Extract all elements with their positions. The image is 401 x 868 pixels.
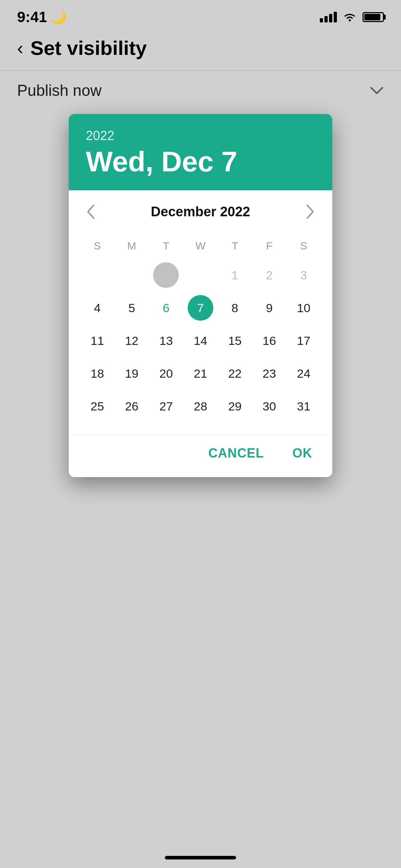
calendar-day-25[interactable]: 25 xyxy=(80,392,115,420)
calendar-day-9[interactable]: 9 xyxy=(252,294,287,322)
calendar-week-1: 1 2 3 xyxy=(80,261,321,289)
signal-icon xyxy=(320,12,337,22)
calendar-day-12[interactable]: 12 xyxy=(115,326,149,355)
calendar-day-31[interactable]: 31 xyxy=(286,392,321,420)
calendar-day-empty xyxy=(115,261,149,289)
day-header-fri: F xyxy=(252,235,287,257)
calendar-day-11[interactable]: 11 xyxy=(80,326,115,355)
day-header-tue: T xyxy=(149,235,183,257)
calendar-day-16[interactable]: 16 xyxy=(252,326,287,355)
publish-label: Publish now xyxy=(17,82,101,99)
calendar-day-23[interactable]: 23 xyxy=(252,359,287,388)
calendar-day-24[interactable]: 24 xyxy=(286,359,321,388)
calendar-day-7[interactable]: 7 xyxy=(183,294,218,322)
calendar-day-empty xyxy=(80,261,115,289)
publish-row[interactable]: Publish now xyxy=(0,71,401,110)
calendar-day-8[interactable]: 8 xyxy=(218,294,252,322)
calendar-day-15[interactable]: 15 xyxy=(218,326,252,355)
day-header-wed: W xyxy=(183,235,218,257)
chevron-down-icon xyxy=(370,83,384,99)
calendar-dialog: 2022 Wed, Dec 7 December 2022 S M xyxy=(69,114,332,477)
day-header-thu: T xyxy=(218,235,252,257)
time-label: 9:41 xyxy=(17,9,47,26)
day-header-sun: S xyxy=(80,235,115,257)
calendar-grid: S M T W T F S 1 2 3 xyxy=(80,235,321,420)
calendar-body: December 2022 S M T W T F S xyxy=(69,190,332,435)
calendar-day-14[interactable]: 14 xyxy=(183,326,218,355)
calendar-day-empty xyxy=(183,261,218,289)
calendar-day-26[interactable]: 26 xyxy=(115,392,149,420)
calendar-day-21[interactable]: 21 xyxy=(183,359,218,388)
calendar-day-6[interactable]: 6 xyxy=(149,294,183,322)
calendar-day-28[interactable]: 28 xyxy=(183,392,218,420)
today-circle-bg xyxy=(153,262,179,288)
calendar-day-17[interactable]: 17 xyxy=(286,326,321,355)
calendar-day-20[interactable]: 20 xyxy=(149,359,183,388)
home-indicator xyxy=(165,856,236,859)
calendar-week-3: 11 12 13 14 15 16 17 xyxy=(80,326,321,355)
calendar-day-30[interactable]: 30 xyxy=(252,392,287,420)
calendar-day-2[interactable]: 2 xyxy=(252,261,287,289)
calendar-day-22[interactable]: 22 xyxy=(218,359,252,388)
calendar-footer: CANCEL OK xyxy=(69,435,332,477)
page-title: Set visibility xyxy=(30,36,147,60)
cancel-button[interactable]: CANCEL xyxy=(203,442,270,464)
calendar-nav: December 2022 xyxy=(80,201,321,222)
calendar-day-4[interactable]: 4 xyxy=(80,294,115,322)
battery-icon xyxy=(363,12,384,22)
calendar-day-19[interactable]: 19 xyxy=(115,359,149,388)
moon-icon: 🌙 xyxy=(51,10,67,25)
prev-month-button[interactable] xyxy=(80,201,101,222)
calendar-week-2: 4 5 6 7 8 9 10 xyxy=(80,294,321,322)
calendar-day-1[interactable]: 1 xyxy=(218,261,252,289)
day-headers-row: S M T W T F S xyxy=(80,235,321,257)
ok-button[interactable]: OK xyxy=(287,442,318,464)
calendar-week-5: 25 26 27 28 29 30 31 xyxy=(80,392,321,420)
calendar-month-label: December 2022 xyxy=(151,204,250,219)
day-header-sat: S xyxy=(286,235,321,257)
wifi-icon xyxy=(343,12,357,22)
page-header: ‹ Set visibility xyxy=(0,29,401,70)
calendar-day-today-circle[interactable] xyxy=(149,261,183,289)
selected-circle-bg: 7 xyxy=(188,295,213,321)
next-month-button[interactable] xyxy=(300,201,321,222)
status-time: 9:41 🌙 xyxy=(17,9,67,26)
status-bar: 9:41 🌙 xyxy=(0,0,401,29)
calendar-day-27[interactable]: 27 xyxy=(149,392,183,420)
calendar-day-18[interactable]: 18 xyxy=(80,359,115,388)
back-button[interactable]: ‹ xyxy=(17,39,23,57)
calendar-day-3[interactable]: 3 xyxy=(286,261,321,289)
svg-point-0 xyxy=(349,19,351,21)
calendar-day-5[interactable]: 5 xyxy=(115,294,149,322)
calendar-year: 2022 xyxy=(86,128,315,143)
calendar-day-13[interactable]: 13 xyxy=(149,326,183,355)
day-header-mon: M xyxy=(115,235,149,257)
calendar-week-4: 18 19 20 21 22 23 24 xyxy=(80,359,321,388)
status-icons xyxy=(320,12,384,22)
calendar-day-29[interactable]: 29 xyxy=(218,392,252,420)
calendar-day-10[interactable]: 10 xyxy=(286,294,321,322)
calendar-header: 2022 Wed, Dec 7 xyxy=(69,114,332,190)
calendar-date-display: Wed, Dec 7 xyxy=(86,146,315,177)
